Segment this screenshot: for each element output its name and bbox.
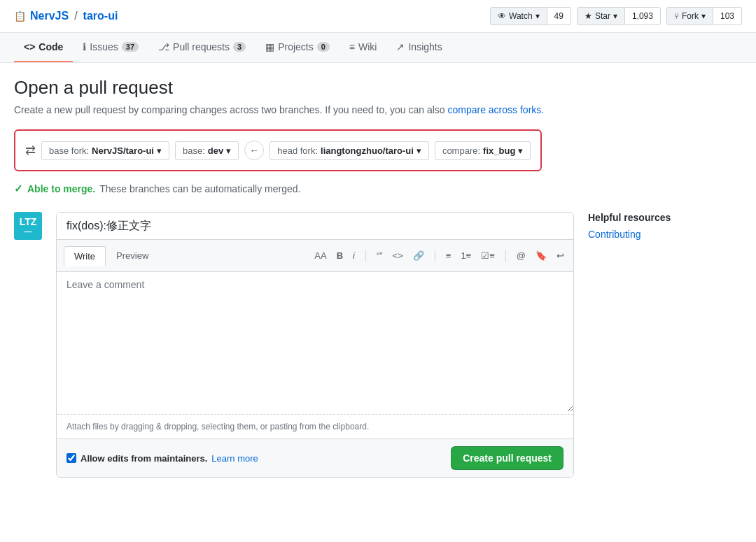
tab-projects-label: Projects (278, 41, 314, 52)
fork-chevron-icon: ▾ (701, 11, 706, 21)
tab-code-label: Code (38, 41, 63, 52)
create-pull-request-button[interactable]: Create pull request (451, 446, 564, 470)
main-content: Open a pull request Create a new pull re… (0, 63, 756, 492)
tab-insights-label: Insights (408, 41, 442, 52)
watch-icon: 👁 (498, 11, 506, 21)
head-fork-label: head fork: (277, 145, 318, 156)
editor-toolbar: Write Preview AA B i “” <> 🔗 ≡ 1≡ ☑≡ @ (57, 240, 573, 272)
compare-branches-icon: ⇄ (25, 143, 36, 158)
star-count[interactable]: 1,093 (625, 7, 661, 25)
base-branch-dropdown[interactable]: base: dev ▾ (175, 141, 239, 160)
branch-selector: ⇄ base fork: NervJS/taro-ui ▾ base: dev … (14, 129, 542, 171)
base-fork-value: NervJS/taro-ui (92, 145, 154, 156)
fork-icon: ⑂ (674, 11, 679, 21)
tab-wiki-label: Wiki (358, 41, 377, 52)
watch-group: 👁 Watch ▾ 49 (490, 7, 571, 25)
compare-value: fix_bug (483, 145, 515, 156)
allow-edits-section: Allow edits from maintainers. Learn more (66, 453, 258, 464)
projects-icon: ▦ (265, 41, 274, 52)
comment-textarea[interactable] (57, 272, 573, 412)
allow-edits-label: Allow edits from maintainers. (80, 453, 207, 464)
code-icon[interactable]: <> (391, 249, 405, 262)
toolbar-separator-3 (505, 250, 506, 262)
fork-count[interactable]: 103 (713, 7, 742, 25)
page-title: Open a pull request (14, 77, 742, 99)
watch-label: Watch (509, 11, 533, 21)
tab-pull-requests-label: Pull requests (173, 41, 230, 52)
tab-wiki[interactable]: ≡ Wiki (340, 33, 387, 62)
repo-owner-link[interactable]: NervJS (30, 10, 69, 22)
star-label: Star (595, 11, 610, 21)
compare-label: compare: (442, 145, 480, 156)
pull-requests-badge: 3 (233, 42, 246, 52)
tab-projects[interactable]: ▦ Projects 0 (255, 33, 340, 62)
compare-branch-dropdown[interactable]: compare: fix_bug ▾ (435, 141, 531, 160)
write-tab[interactable]: Write (64, 246, 106, 266)
helpful-resources-title: Helpful resources (588, 212, 742, 223)
learn-more-link[interactable]: Learn more (211, 453, 258, 464)
issues-icon: ℹ (83, 41, 86, 52)
tab-insights[interactable]: ↗ Insights (386, 33, 451, 62)
task-list-icon[interactable]: ☑≡ (479, 249, 497, 262)
issues-badge: 37 (122, 42, 139, 52)
avatar: LTZ — (14, 212, 42, 240)
code-icon: <> (24, 41, 35, 52)
tab-issues[interactable]: ℹ Issues 37 (73, 33, 148, 62)
toolbar-separator-2 (435, 250, 435, 262)
base-chevron-icon: ▾ (226, 145, 231, 156)
arrow-direction-icon: ← (244, 141, 264, 160)
editor-tabs: Write Preview (64, 245, 159, 266)
tab-issues-label: Issues (90, 41, 118, 52)
base-fork-dropdown[interactable]: base fork: NervJS/taro-ui ▾ (41, 141, 169, 160)
compare-forks-link[interactable]: compare across forks. (447, 104, 544, 115)
chevron-down-icon: ▾ (536, 11, 540, 21)
contributing-link[interactable]: Contributing (588, 229, 641, 240)
star-group: ★ Star ▾ 1,093 (577, 7, 661, 25)
reference-icon[interactable]: 🔖 (533, 249, 549, 262)
repo-name-link[interactable]: taro-ui (83, 10, 118, 22)
repo-info: 📋 NervJS / taro-ui (14, 10, 118, 22)
unordered-list-icon[interactable]: ≡ (444, 249, 454, 262)
merge-status: ✓ Able to merge. These branches can be a… (14, 183, 742, 195)
repo-icon: 📋 (14, 10, 26, 22)
bold-icon[interactable]: B (335, 249, 345, 262)
base-label: base: (183, 145, 205, 156)
tab-code[interactable]: <> Code (14, 33, 73, 62)
star-button[interactable]: ★ Star ▾ (577, 7, 625, 25)
text-size-icon[interactable]: AA (312, 249, 328, 262)
projects-badge: 0 (317, 42, 330, 52)
page-subtitle: Create a new pull request by comparing c… (14, 104, 742, 115)
reply-icon[interactable]: ↩ (554, 249, 566, 262)
head-fork-chevron-icon: ▾ (416, 145, 421, 156)
base-fork-label: base fork: (49, 145, 89, 156)
nav-tabs: <> Code ℹ Issues 37 ⎇ Pull requests 3 ▦ … (0, 33, 756, 63)
pull-request-form: Write Preview AA B i “” <> 🔗 ≡ 1≡ ☑≡ @ (56, 212, 574, 478)
base-fork-chevron-icon: ▾ (157, 145, 162, 156)
allow-edits-checkbox[interactable] (66, 453, 76, 463)
toolbar-separator-1 (365, 250, 366, 262)
merge-able-text: Able to merge. (27, 183, 95, 194)
watch-count[interactable]: 49 (547, 7, 571, 25)
sidebar: Helpful resources Contributing (588, 212, 742, 240)
avatar-initials: LTZ — (20, 217, 37, 236)
ordered-list-icon[interactable]: 1≡ (458, 249, 473, 262)
avatar-line1: LTZ (20, 217, 37, 227)
attach-note: Attach files by dragging & dropping, sel… (57, 414, 573, 438)
quote-icon[interactable]: “” (374, 249, 385, 262)
mention-icon[interactable]: @ (514, 249, 528, 262)
wiki-icon: ≡ (349, 41, 355, 52)
head-fork-value: liangtongzhuo/taro-ui (321, 145, 414, 156)
form-footer: Allow edits from maintainers. Learn more… (57, 438, 573, 477)
pull-requests-icon: ⎇ (158, 41, 169, 52)
head-fork-dropdown[interactable]: head fork: liangtongzhuo/taro-ui ▾ (270, 141, 429, 160)
repo-separator: / (74, 10, 77, 22)
fork-button[interactable]: ⑂ Fork ▾ (666, 7, 713, 25)
italic-icon[interactable]: i (351, 249, 357, 262)
preview-tab[interactable]: Preview (106, 245, 159, 266)
pr-title-input[interactable] (57, 213, 573, 240)
tab-pull-requests[interactable]: ⎇ Pull requests 3 (148, 33, 255, 62)
header: 📋 NervJS / taro-ui 👁 Watch ▾ 49 ★ Star ▾… (0, 0, 756, 33)
compare-chevron-icon: ▾ (518, 145, 523, 156)
watch-button[interactable]: 👁 Watch ▾ (490, 7, 547, 25)
link-icon[interactable]: 🔗 (411, 249, 426, 262)
